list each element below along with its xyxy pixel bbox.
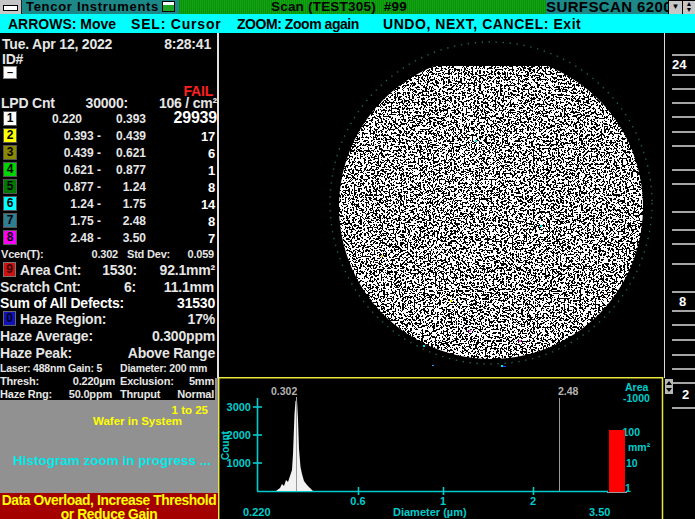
svg-text:0.220: 0.220 [243, 506, 271, 518]
svg-text:Diameter (µm): Diameter (µm) [393, 506, 467, 518]
svg-text:0.302: 0.302 [271, 385, 297, 397]
svg-text:3000: 3000 [227, 401, 251, 413]
svg-text:3.50: 3.50 [589, 506, 610, 518]
svg-text:Count: Count [220, 430, 231, 460]
svg-text:0.6: 0.6 [350, 495, 365, 507]
svg-text:mm²: mm² [628, 441, 651, 453]
svg-text:8: 8 [679, 294, 686, 309]
svg-text:10: 10 [626, 457, 638, 469]
svg-text:2: 2 [530, 495, 536, 507]
svg-text:24: 24 [672, 57, 687, 72]
svg-text:2.48: 2.48 [558, 385, 579, 397]
svg-text:-1000: -1000 [623, 392, 650, 404]
